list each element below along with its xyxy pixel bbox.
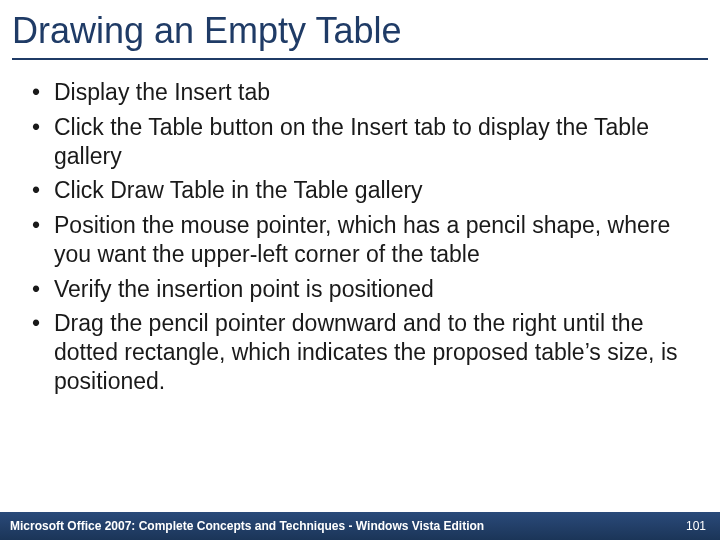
- bullet-list: Display the Insert tab Click the Table b…: [32, 78, 700, 396]
- footer-text: Microsoft Office 2007: Complete Concepts…: [10, 519, 484, 533]
- list-item: Verify the insertion point is positioned: [32, 275, 700, 304]
- slide: Drawing an Empty Table Display the Inser…: [0, 0, 720, 540]
- page-number: 101: [686, 519, 706, 533]
- list-item: Drag the pencil pointer downward and to …: [32, 309, 700, 395]
- list-item: Position the mouse pointer, which has a …: [32, 211, 700, 269]
- list-item: Click the Table button on the Insert tab…: [32, 113, 700, 171]
- page-title: Drawing an Empty Table: [0, 0, 720, 58]
- list-item: Click Draw Table in the Table gallery: [32, 176, 700, 205]
- body-content: Display the Insert tab Click the Table b…: [0, 60, 720, 396]
- list-item: Display the Insert tab: [32, 78, 700, 107]
- footer-bar: Microsoft Office 2007: Complete Concepts…: [0, 512, 720, 540]
